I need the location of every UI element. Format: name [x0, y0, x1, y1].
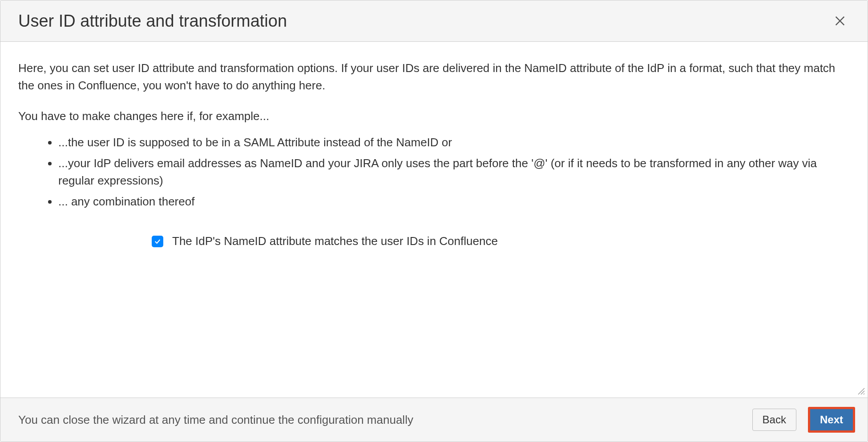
next-button-highlight: Next: [808, 407, 855, 433]
dialog-body: Here, you can set user ID attribute and …: [0, 42, 868, 398]
checkmark-icon: [154, 238, 161, 245]
svg-line-4: [864, 394, 864, 394]
dialog-container: User ID attribute and transformation Her…: [0, 0, 868, 442]
svg-line-2: [858, 388, 864, 394]
checkbox-row: The IdP's NameID attribute matches the u…: [18, 233, 850, 250]
resize-handle-icon: [857, 387, 865, 395]
nameid-match-checkbox[interactable]: [152, 236, 163, 247]
next-button[interactable]: Next: [810, 409, 853, 430]
footer-hint: You can close the wizard at any time and…: [18, 413, 413, 427]
dialog-header: User ID attribute and transformation: [0, 0, 868, 42]
bullet-list: ...the user ID is supposed to be in a SA…: [18, 134, 850, 210]
dialog-title: User ID attribute and transformation: [18, 12, 287, 31]
dialog-footer: You can close the wizard at any time and…: [0, 398, 868, 442]
close-icon: [834, 15, 846, 27]
back-button[interactable]: Back: [752, 409, 796, 431]
close-button[interactable]: [830, 11, 850, 31]
list-item: ...the user ID is supposed to be in a SA…: [58, 134, 850, 151]
list-item: ... any combination thereof: [58, 193, 850, 210]
intro-text: Here, you can set user ID attribute and …: [18, 60, 850, 94]
sub-text: You have to make changes here if, for ex…: [18, 108, 850, 125]
checkbox-label: The IdP's NameID attribute matches the u…: [172, 233, 498, 250]
svg-line-3: [861, 391, 864, 394]
footer-buttons: Back Next: [752, 407, 855, 433]
list-item: ...your IdP delivers email addresses as …: [58, 155, 850, 189]
